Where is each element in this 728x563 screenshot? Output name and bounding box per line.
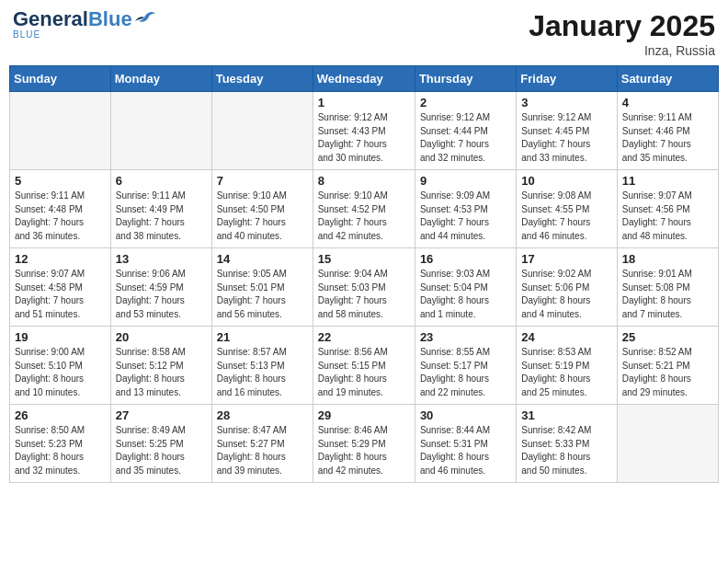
day-cell: 29Sunrise: 8:46 AM Sunset: 5:29 PM Dayli… xyxy=(313,405,415,483)
day-cell: 19Sunrise: 9:00 AM Sunset: 5:10 PM Dayli… xyxy=(10,327,111,405)
day-info: Sunrise: 9:11 AM Sunset: 4:48 PM Dayligh… xyxy=(15,190,106,243)
day-number: 27 xyxy=(116,408,207,422)
day-cell: 5Sunrise: 9:11 AM Sunset: 4:48 PM Daylig… xyxy=(10,170,111,248)
day-number: 12 xyxy=(15,252,106,266)
day-cell: 20Sunrise: 8:58 AM Sunset: 5:12 PM Dayli… xyxy=(110,327,211,405)
day-info: Sunrise: 9:09 AM Sunset: 4:53 PM Dayligh… xyxy=(420,190,511,243)
col-header-friday: Friday xyxy=(517,66,617,92)
day-info: Sunrise: 9:12 AM Sunset: 4:45 PM Dayligh… xyxy=(521,111,611,165)
day-number: 25 xyxy=(622,330,713,344)
day-info: Sunrise: 9:10 AM Sunset: 4:52 PM Dayligh… xyxy=(318,190,410,243)
logo-tagline: BLUE xyxy=(13,29,40,40)
day-number: 11 xyxy=(622,174,713,188)
day-info: Sunrise: 9:11 AM Sunset: 4:49 PM Dayligh… xyxy=(116,190,207,243)
day-number: 22 xyxy=(318,330,410,344)
day-info: Sunrise: 9:07 AM Sunset: 4:56 PM Dayligh… xyxy=(622,190,713,243)
day-cell: 27Sunrise: 8:49 AM Sunset: 5:25 PM Dayli… xyxy=(110,405,211,483)
day-cell: 18Sunrise: 9:01 AM Sunset: 5:08 PM Dayli… xyxy=(617,248,718,327)
col-header-wednesday: Wednesday xyxy=(313,66,415,92)
week-row-3: 12Sunrise: 9:07 AM Sunset: 4:58 PM Dayli… xyxy=(10,248,719,327)
day-cell xyxy=(617,405,718,483)
day-info: Sunrise: 9:10 AM Sunset: 4:50 PM Dayligh… xyxy=(217,190,308,243)
day-number: 8 xyxy=(318,174,410,188)
day-cell: 24Sunrise: 8:53 AM Sunset: 5:19 PM Dayli… xyxy=(517,327,617,405)
day-cell: 21Sunrise: 8:57 AM Sunset: 5:13 PM Dayli… xyxy=(211,327,313,405)
day-info: Sunrise: 8:53 AM Sunset: 5:19 PM Dayligh… xyxy=(521,346,611,399)
col-header-sunday: Sunday xyxy=(10,66,111,92)
day-info: Sunrise: 9:01 AM Sunset: 5:08 PM Dayligh… xyxy=(622,268,713,321)
day-number: 19 xyxy=(15,330,106,344)
day-cell: 15Sunrise: 9:04 AM Sunset: 5:03 PM Dayli… xyxy=(313,248,415,327)
day-number: 26 xyxy=(15,408,106,422)
day-info: Sunrise: 8:47 AM Sunset: 5:27 PM Dayligh… xyxy=(217,424,308,477)
day-number: 4 xyxy=(622,96,713,109)
day-cell: 10Sunrise: 9:08 AM Sunset: 4:55 PM Dayli… xyxy=(517,170,617,248)
day-info: Sunrise: 8:57 AM Sunset: 5:13 PM Dayligh… xyxy=(217,346,308,399)
day-info: Sunrise: 9:02 AM Sunset: 5:06 PM Dayligh… xyxy=(521,268,611,321)
day-info: Sunrise: 8:46 AM Sunset: 5:29 PM Dayligh… xyxy=(318,424,410,477)
day-cell: 14Sunrise: 9:05 AM Sunset: 5:01 PM Dayli… xyxy=(211,248,313,327)
day-cell: 26Sunrise: 8:50 AM Sunset: 5:23 PM Dayli… xyxy=(10,405,111,483)
day-number: 2 xyxy=(420,96,511,109)
day-info: Sunrise: 9:04 AM Sunset: 5:03 PM Dayligh… xyxy=(318,268,410,321)
day-info: Sunrise: 9:11 AM Sunset: 4:46 PM Dayligh… xyxy=(622,111,713,165)
day-number: 18 xyxy=(622,252,713,266)
day-info: Sunrise: 8:52 AM Sunset: 5:21 PM Dayligh… xyxy=(622,346,713,399)
day-number: 29 xyxy=(318,408,410,422)
day-info: Sunrise: 8:58 AM Sunset: 5:12 PM Dayligh… xyxy=(116,346,207,399)
month-title: January 2025 xyxy=(529,9,715,43)
day-number: 5 xyxy=(15,174,106,188)
day-info: Sunrise: 9:06 AM Sunset: 4:59 PM Dayligh… xyxy=(116,268,207,321)
day-cell: 6Sunrise: 9:11 AM Sunset: 4:49 PM Daylig… xyxy=(110,170,211,248)
day-info: Sunrise: 9:12 AM Sunset: 4:43 PM Dayligh… xyxy=(318,111,410,165)
day-number: 24 xyxy=(521,330,611,344)
day-info: Sunrise: 9:00 AM Sunset: 5:10 PM Dayligh… xyxy=(15,346,106,399)
col-header-thursday: Thursday xyxy=(415,66,516,92)
col-header-tuesday: Tuesday xyxy=(211,66,313,92)
day-number: 9 xyxy=(420,174,511,188)
page-header: GeneralBlue BLUE January 2025 Inza, Russ… xyxy=(9,9,719,58)
day-number: 7 xyxy=(217,174,308,188)
day-cell: 1Sunrise: 9:12 AM Sunset: 4:43 PM Daylig… xyxy=(313,92,415,170)
day-cell: 22Sunrise: 8:56 AM Sunset: 5:15 PM Dayli… xyxy=(313,327,415,405)
day-info: Sunrise: 9:08 AM Sunset: 4:55 PM Dayligh… xyxy=(521,190,611,243)
day-info: Sunrise: 9:12 AM Sunset: 4:44 PM Dayligh… xyxy=(420,111,511,165)
day-cell: 13Sunrise: 9:06 AM Sunset: 4:59 PM Dayli… xyxy=(110,248,211,327)
day-number: 17 xyxy=(521,252,611,266)
day-number: 31 xyxy=(521,408,611,422)
day-cell: 31Sunrise: 8:42 AM Sunset: 5:33 PM Dayli… xyxy=(517,405,617,483)
day-number: 21 xyxy=(217,330,308,344)
calendar-table: SundayMondayTuesdayWednesdayThursdayFrid… xyxy=(9,65,719,483)
day-info: Sunrise: 8:55 AM Sunset: 5:17 PM Dayligh… xyxy=(420,346,511,399)
day-cell xyxy=(10,92,111,170)
day-cell: 17Sunrise: 9:02 AM Sunset: 5:06 PM Dayli… xyxy=(517,248,617,327)
day-number: 1 xyxy=(318,96,410,109)
day-cell xyxy=(211,92,313,170)
week-row-4: 19Sunrise: 9:00 AM Sunset: 5:10 PM Dayli… xyxy=(10,327,719,405)
day-info: Sunrise: 9:03 AM Sunset: 5:04 PM Dayligh… xyxy=(420,268,511,321)
location: Inza, Russia xyxy=(529,43,715,58)
logo-text: GeneralBlue xyxy=(13,9,132,29)
week-row-2: 5Sunrise: 9:11 AM Sunset: 4:48 PM Daylig… xyxy=(10,170,719,248)
day-cell: 16Sunrise: 9:03 AM Sunset: 5:04 PM Dayli… xyxy=(415,248,516,327)
calendar-header-row: SundayMondayTuesdayWednesdayThursdayFrid… xyxy=(10,66,719,92)
title-block: January 2025 Inza, Russia xyxy=(529,9,715,58)
day-cell: 11Sunrise: 9:07 AM Sunset: 4:56 PM Dayli… xyxy=(617,170,718,248)
day-info: Sunrise: 8:49 AM Sunset: 5:25 PM Dayligh… xyxy=(116,424,207,477)
col-header-monday: Monday xyxy=(110,66,211,92)
day-cell: 3Sunrise: 9:12 AM Sunset: 4:45 PM Daylig… xyxy=(517,92,617,170)
day-info: Sunrise: 8:42 AM Sunset: 5:33 PM Dayligh… xyxy=(521,424,611,477)
day-number: 10 xyxy=(521,174,611,188)
day-number: 13 xyxy=(116,252,207,266)
day-number: 28 xyxy=(217,408,308,422)
day-info: Sunrise: 9:05 AM Sunset: 5:01 PM Dayligh… xyxy=(217,268,308,321)
day-cell: 4Sunrise: 9:11 AM Sunset: 4:46 PM Daylig… xyxy=(617,92,718,170)
day-number: 6 xyxy=(116,174,207,188)
day-info: Sunrise: 9:07 AM Sunset: 4:58 PM Dayligh… xyxy=(15,268,106,321)
day-cell: 8Sunrise: 9:10 AM Sunset: 4:52 PM Daylig… xyxy=(313,170,415,248)
day-cell: 23Sunrise: 8:55 AM Sunset: 5:17 PM Dayli… xyxy=(415,327,516,405)
day-cell: 12Sunrise: 9:07 AM Sunset: 4:58 PM Dayli… xyxy=(10,248,111,327)
day-number: 3 xyxy=(521,96,611,109)
day-cell: 25Sunrise: 8:52 AM Sunset: 5:21 PM Dayli… xyxy=(617,327,718,405)
day-cell: 9Sunrise: 9:09 AM Sunset: 4:53 PM Daylig… xyxy=(415,170,516,248)
